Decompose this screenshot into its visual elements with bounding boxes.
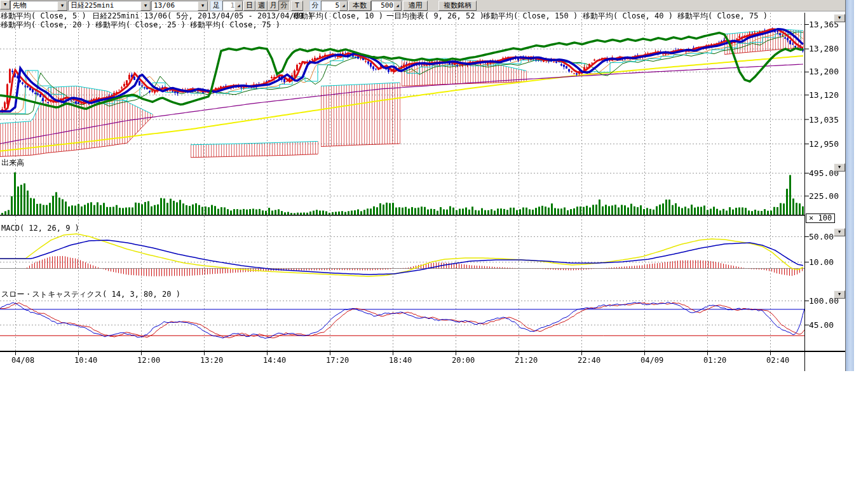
stoch-panel-collapse-button[interactable]: ▼ xyxy=(834,290,845,299)
x-axis-label: 20:00 xyxy=(452,356,475,365)
period-minute-button[interactable]: 分 xyxy=(278,1,290,11)
toolbar: ▼ 先物 ▼ 日経225mini ▼ 13/06 ▼ 足 1 ◢ 日 週 月 分… xyxy=(0,0,845,11)
symbol-type-value: 先物 xyxy=(13,1,27,10)
legend-ma20: 移動平均( Close, 20 ) xyxy=(1,21,91,29)
period-month-button[interactable]: 月 xyxy=(268,1,279,11)
price-axis-label: 13,035 xyxy=(809,115,839,125)
legend-ma75: 移動平均( Close, 75 ) xyxy=(677,12,768,20)
x-axis-label: 21:20 xyxy=(515,356,538,365)
symbol-combobox[interactable]: 日経225mini ▼ xyxy=(68,1,151,11)
contract-month-combobox[interactable]: 13/06 ▼ xyxy=(151,1,208,11)
app-window: ▼ 先物 ▼ 日経225mini ▼ 13/06 ▼ 足 1 ◢ 日 週 月 分… xyxy=(0,0,868,488)
macd-panel-collapse-button[interactable]: ▼ xyxy=(834,228,845,236)
x-axis-label: 02:40 xyxy=(766,356,789,365)
period-tick-button[interactable]: T xyxy=(291,1,303,11)
chevron-down-icon[interactable]: ▼ xyxy=(140,1,151,11)
period-week-button[interactable]: 週 xyxy=(255,1,268,11)
legend-ichimoku: 一目均衡表( 9, 26, 52 ) xyxy=(386,12,484,20)
price-axis-label: 12,950 xyxy=(809,139,839,149)
legend-ma10: 移動平均( Close, 10 ) xyxy=(293,12,383,20)
x-axis-label: 13:20 xyxy=(200,356,223,365)
x-axis-label: 14:40 xyxy=(263,356,286,365)
bar-count-spinner[interactable]: 500 ◢ xyxy=(371,1,402,11)
vertical-scrollbar[interactable] xyxy=(845,0,854,371)
bar-count-label: 本数 xyxy=(348,1,371,11)
spin-icon[interactable]: ◢ xyxy=(393,1,402,11)
symbol-value: 日経225mini xyxy=(71,1,114,10)
price-axis-label: 13,280 xyxy=(809,44,839,53)
x-axis-label: 04/08 xyxy=(11,356,34,365)
combo-dropdown-button[interactable]: ▼ xyxy=(0,0,10,10)
minute-spinner[interactable]: 5 ◢ xyxy=(321,1,348,11)
price-axis-label: 13,200 xyxy=(809,67,839,76)
legend-ma75-2: 移動平均( Close, 75 ) xyxy=(190,21,280,29)
minute-label: 分 xyxy=(309,1,321,11)
main-panel-collapse-button[interactable]: ▼ xyxy=(834,14,845,22)
spin-icon[interactable]: ◢ xyxy=(339,1,348,11)
spin-icon[interactable]: ◢ xyxy=(234,1,243,11)
bar-interval-value: 1 xyxy=(230,1,234,10)
minute-value: 5 xyxy=(335,1,339,10)
x-axis-label: 10:40 xyxy=(74,356,97,365)
x-axis-label: 22:40 xyxy=(578,356,600,365)
volume-panel-collapse-button[interactable]: ▼ xyxy=(834,163,845,172)
legend-ma150: 移動平均( Close, 150 ) xyxy=(483,12,578,20)
chart-canvas[interactable] xyxy=(0,0,868,488)
volume-panel-title: 出来高 xyxy=(1,158,24,168)
chevron-down-icon[interactable]: ▼ xyxy=(198,1,208,11)
period-day-button[interactable]: 日 xyxy=(243,1,255,11)
macd-axis-label: 10.00 xyxy=(809,257,834,267)
volume-multiplier-badge: × 100 xyxy=(806,214,835,223)
apply-button[interactable]: 適用 xyxy=(403,1,428,11)
x-axis-label: 04/09 xyxy=(641,356,663,365)
x-axis-label: 17:20 xyxy=(326,356,349,365)
legend-instrument: 日経225mini 13/06( 5分, 2013/04/05 - 2013/0… xyxy=(92,12,313,20)
price-axis-label: 13,120 xyxy=(809,90,839,100)
legend-ma5: 移動平均( Close, 5 ) xyxy=(1,12,86,20)
chevron-down-icon[interactable]: ▼ xyxy=(57,1,67,11)
x-axis-label: 12:00 xyxy=(137,356,160,365)
stoch-axis-label: 45.00 xyxy=(809,320,834,330)
symbol-type-combobox[interactable]: 先物 ▼ xyxy=(10,1,68,11)
legend-ma40: 移動平均( Close, 40 ) xyxy=(583,12,673,20)
macd-axis-label: 50.00 xyxy=(809,232,834,241)
macd-panel-title: MACD( 12, 26, 9 ) xyxy=(1,224,79,233)
multi-symbol-button[interactable]: 複数銘柄 xyxy=(438,1,477,11)
x-axis-label: 18:40 xyxy=(389,356,412,365)
bar-interval-spinner[interactable]: 1 ◢ xyxy=(222,1,243,11)
legend-ma25: 移動平均( Close, 25 ) xyxy=(95,21,186,29)
x-axis-label: 01:20 xyxy=(703,356,726,365)
bar-type-label: 足 xyxy=(210,1,222,11)
bar-count-value: 500 xyxy=(381,1,393,10)
stoch-panel-title: スロー・ストキャスティクス( 14, 3, 80, 20 ) xyxy=(1,289,180,300)
volume-axis-label: 225.00 xyxy=(809,191,839,201)
contract-month-value: 13/06 xyxy=(154,1,175,10)
